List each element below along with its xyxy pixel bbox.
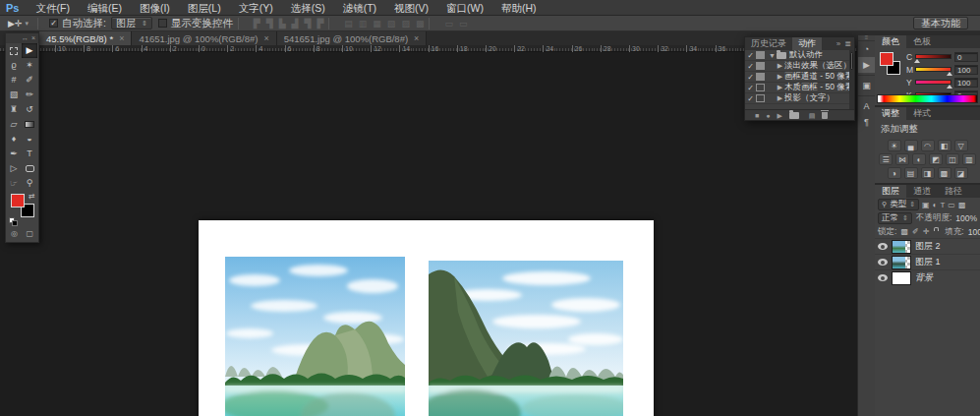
invert-icon[interactable]: ◑ <box>888 167 901 179</box>
tool-preset-caret-icon[interactable]: ▾ <box>24 20 32 28</box>
check-icon[interactable]: ✓ <box>745 73 756 82</box>
new-action-icon[interactable]: ▤ <box>809 110 816 121</box>
blend-mode-dropdown[interactable]: 正常 ⇕ <box>878 212 912 224</box>
screen-mode-button[interactable]: ▢ <box>26 229 33 238</box>
menu-layer[interactable]: 图层(L) <box>179 0 230 16</box>
action-cast-shadow[interactable]: ✓ ▶ 投影（文字） <box>745 93 854 104</box>
tab-styles[interactable]: 样式 <box>906 107 938 120</box>
delete-icon[interactable] <box>822 112 828 119</box>
background-layer-row[interactable]: 背景 <box>875 269 980 285</box>
layer-thumbnail[interactable] <box>892 240 911 254</box>
posterize-icon[interactable]: ▤ <box>904 167 918 179</box>
move-tool[interactable]: ▶ <box>22 43 37 58</box>
layer-name[interactable]: 背景 <box>915 271 933 284</box>
cyan-slider[interactable] <box>915 54 951 59</box>
photo-layer-2[interactable] <box>429 261 623 416</box>
chevron-down-icon[interactable]: ▼ <box>768 52 777 59</box>
hue-saturation-icon[interactable]: ☰ <box>879 153 893 165</box>
layer-row-1[interactable]: 图层 1 <box>875 254 980 269</box>
tab-color[interactable]: 颜色 <box>875 35 906 48</box>
brightness-contrast-icon[interactable]: ☀ <box>888 140 901 151</box>
foreground-color-swatch[interactable] <box>880 52 894 66</box>
magenta-slider[interactable] <box>915 67 951 72</box>
filter-type-layers-icon[interactable]: T <box>940 201 945 209</box>
check-icon[interactable]: ✓ <box>745 94 756 103</box>
layer-name[interactable]: 图层 1 <box>915 256 941 268</box>
tab-actions[interactable]: 动作 <box>792 37 822 50</box>
auto-select-checkbox[interactable]: ✓ <box>49 19 58 28</box>
check-icon[interactable]: ✓ <box>745 51 756 60</box>
brush-tool[interactable]: ✏ <box>22 88 37 102</box>
chevron-right-icon[interactable]: ▶ <box>776 73 784 81</box>
blur-tool[interactable]: ♦ <box>6 132 22 147</box>
menu-filter[interactable]: 滤镜(T) <box>334 0 385 16</box>
canvas-area[interactable] <box>0 53 857 416</box>
paragraph-panel-icon-button[interactable]: ¶ <box>858 114 875 130</box>
lock-transparent-pixels-icon[interactable]: ▩ <box>900 227 908 236</box>
document-tab-2[interactable]: 41651.jpg @ 100%(RGB/8#) × <box>132 31 276 45</box>
magic-wand-tool[interactable]: ✶ <box>22 58 37 73</box>
menu-window[interactable]: 窗口(W) <box>437 0 492 16</box>
channel-mixer-icon[interactable]: ◫ <box>946 153 959 165</box>
menu-file[interactable]: 文件(F) <box>27 0 78 16</box>
color-lookup-icon[interactable]: ▥ <box>962 153 976 165</box>
tab-layers[interactable]: 图层 <box>875 185 906 198</box>
cyan-value[interactable]: 0 <box>954 52 978 62</box>
play-icon[interactable]: ▶ <box>777 110 781 121</box>
document-canvas[interactable] <box>199 220 654 416</box>
selective-color-icon[interactable]: ◪ <box>954 167 968 179</box>
clone-stamp-tool[interactable]: ♜ <box>6 102 22 117</box>
document-tab-3[interactable]: 541651.jpg @ 100%(RGB/8#) × <box>277 31 428 45</box>
threshold-icon[interactable]: ◨ <box>921 167 935 179</box>
close-icon[interactable]: × <box>31 33 35 43</box>
visibility-eye-icon[interactable] <box>878 259 888 266</box>
close-icon[interactable]: × <box>414 33 419 43</box>
swap-colors-icon[interactable]: ⇄ <box>29 192 35 201</box>
layer-thumbnail[interactable] <box>892 256 911 269</box>
layer-row-2[interactable]: 图层 2 <box>875 238 980 254</box>
gradient-tool[interactable] <box>22 117 37 132</box>
yellow-value[interactable]: 100 <box>954 78 978 88</box>
stop-icon[interactable]: ■ <box>755 110 759 121</box>
filter-pixel-layers-icon[interactable]: ▣ <box>922 201 930 209</box>
new-set-folder-icon[interactable] <box>789 112 799 119</box>
toolbox-header[interactable]: ↔ × <box>6 33 38 43</box>
workspace-switcher-button[interactable]: 基本功能 <box>913 17 968 30</box>
eyedropper-tool[interactable]: ✐ <box>22 73 37 88</box>
vibrance-icon[interactable]: ▽ <box>954 140 968 151</box>
document-tab-1[interactable]: 45.5%(RGB/8) * × <box>39 31 132 45</box>
clone-source-panel-icon-button[interactable]: ▣ <box>858 78 875 93</box>
crop-tool[interactable]: # <box>6 73 22 88</box>
color-balance-icon[interactable]: ⋈ <box>895 153 909 165</box>
record-icon[interactable]: ● <box>766 110 770 121</box>
check-icon[interactable]: ✓ <box>745 84 756 92</box>
menu-view[interactable]: 视图(V) <box>385 0 437 16</box>
lock-position-icon[interactable]: ✛ <box>923 227 930 236</box>
check-icon[interactable]: ✓ <box>745 62 756 71</box>
collapse-panel-icon[interactable]: ↔ <box>22 33 29 43</box>
chevron-right-icon[interactable]: ▶ <box>776 94 784 102</box>
tab-paths[interactable]: 路径 <box>938 185 969 198</box>
shape-tool[interactable] <box>22 161 37 176</box>
auto-select-dropdown[interactable]: 图层 ⇕ <box>111 17 152 30</box>
history-brush-tool[interactable]: ↺ <box>22 102 37 117</box>
dialog-toggle-icon[interactable] <box>756 51 765 59</box>
zoom-tool[interactable]: ⚲ <box>22 176 37 191</box>
exposure-icon[interactable]: ◧ <box>938 140 951 151</box>
dialog-toggle-icon[interactable] <box>756 94 765 102</box>
menu-edit[interactable]: 编辑(E) <box>79 0 131 16</box>
tab-channels[interactable]: 通道 <box>906 185 938 198</box>
menu-help[interactable]: 帮助(H) <box>492 0 546 16</box>
foreground-color-swatch[interactable] <box>11 194 25 208</box>
eraser-tool[interactable]: ▱ <box>6 117 22 132</box>
hand-tool[interactable]: ☞ <box>6 176 22 191</box>
black-white-icon[interactable]: ◐ <box>912 153 926 165</box>
close-icon[interactable]: × <box>263 33 268 43</box>
healing-brush-tool[interactable]: ▧ <box>6 88 22 102</box>
actions-panel-icon-button[interactable]: ▶ <box>858 57 875 73</box>
yellow-slider[interactable] <box>915 80 951 85</box>
lasso-tool[interactable]: ϱ <box>6 58 22 73</box>
filter-shape-layers-icon[interactable]: ▭ <box>948 201 955 209</box>
menu-select[interactable]: 选择(S) <box>282 0 334 16</box>
chevron-right-icon[interactable]: ▶ <box>776 84 784 91</box>
